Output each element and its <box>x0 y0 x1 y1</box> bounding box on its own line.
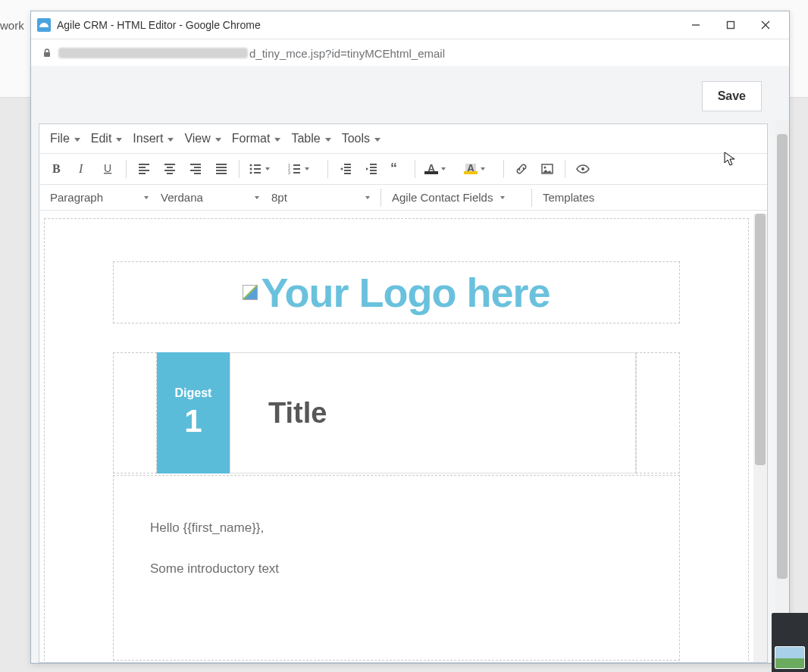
svg-text:“: “ <box>390 162 397 176</box>
svg-text:U: U <box>104 162 111 174</box>
svg-point-9 <box>250 168 252 170</box>
svg-point-8 <box>250 164 252 167</box>
font-size-select[interactable]: 8pt <box>265 188 376 207</box>
popup-window: Agile CRM - HTML Editor - Google Chrome … <box>30 11 790 664</box>
outdent-button[interactable] <box>333 157 359 181</box>
bold-button[interactable]: B <box>44 157 70 181</box>
window-title: Agile CRM - HTML Editor - Google Chrome <box>57 19 261 31</box>
chevron-down-icon <box>325 138 331 142</box>
chevron-down-icon <box>116 138 122 142</box>
url-visible-path: d_tiny_mce.jsp?id=tinyMCEhtml_email <box>249 47 445 60</box>
templates-button[interactable]: Templates <box>537 188 617 207</box>
broken-image-icon <box>243 285 258 300</box>
template-title-cell[interactable]: Title <box>230 352 636 474</box>
template-body-cell[interactable]: Hello {{first_name}}, Some introductory … <box>113 475 680 661</box>
chevron-down-icon <box>500 196 505 199</box>
chevron-down-icon <box>274 138 280 142</box>
numbered-list-button[interactable]: 123 <box>283 157 323 181</box>
content-area: Save File Edit Insert View Format Table … <box>31 66 789 663</box>
toolbar-formatting: B I U 123 “ A <box>39 154 767 185</box>
block-format-select[interactable]: Paragraph <box>44 188 155 207</box>
text-color-button[interactable]: A <box>420 157 459 181</box>
underline-button[interactable]: U <box>96 157 121 181</box>
canvas-scrollbar-thumb[interactable] <box>755 214 766 465</box>
lock-icon <box>42 48 52 58</box>
chevron-down-icon <box>168 138 174 142</box>
contact-fields-select[interactable]: Agile Contact Fields <box>386 188 527 207</box>
background-tab-fragment: work <box>0 19 24 32</box>
chevron-down-icon <box>255 196 259 199</box>
template-greeting: Hello {{first_name}}, <box>150 518 643 538</box>
svg-rect-1 <box>728 22 734 29</box>
content-scrollbar[interactable] <box>775 120 789 663</box>
editor-panel: File Edit Insert View Format Table Tools… <box>39 123 768 663</box>
svg-rect-4 <box>44 52 50 57</box>
align-right-button[interactable] <box>183 157 208 181</box>
menu-edit[interactable]: Edit <box>86 129 127 148</box>
indent-button[interactable] <box>359 157 384 181</box>
chevron-down-icon <box>215 138 221 142</box>
toolbar-selectors: Paragraph Verdana 8pt Agile Contact Fiel… <box>39 185 767 211</box>
chevron-down-icon <box>305 167 309 170</box>
template-spacer-cell[interactable] <box>113 352 157 474</box>
align-justify-button[interactable] <box>208 157 234 181</box>
font-family-select[interactable]: Verdana <box>155 188 265 207</box>
svg-point-17 <box>581 167 584 170</box>
chevron-down-icon <box>374 138 381 142</box>
svg-text:I: I <box>78 162 83 175</box>
template-logo-text: Your Logo here <box>261 272 550 313</box>
background-color-icon: A <box>464 160 478 178</box>
editor-canvas[interactable]: Your Logo here Digest 1 Title <box>44 218 749 662</box>
text-color-icon: A <box>424 160 438 178</box>
menu-file[interactable]: File <box>45 129 85 148</box>
chevron-down-icon <box>481 167 485 170</box>
chevron-down-icon <box>441 167 446 170</box>
chevron-down-icon <box>365 196 370 199</box>
chevron-down-icon <box>265 167 270 170</box>
insert-image-button[interactable] <box>534 157 560 181</box>
menu-insert[interactable]: Insert <box>128 129 178 148</box>
align-center-button[interactable] <box>157 157 183 181</box>
insert-link-button[interactable] <box>509 157 534 181</box>
digest-number: 1 <box>157 403 230 439</box>
menu-table[interactable]: Table <box>287 129 335 148</box>
close-button[interactable] <box>748 11 783 39</box>
preview-button[interactable] <box>570 157 596 181</box>
chevron-down-icon <box>74 138 80 142</box>
url-blurred-host <box>58 48 248 58</box>
thumbnail-image-icon <box>775 646 805 669</box>
blockquote-button[interactable]: “ <box>384 157 410 181</box>
canvas-scrollbar[interactable] <box>753 214 767 662</box>
svg-point-16 <box>544 167 546 169</box>
template-title-text: Title <box>268 397 327 430</box>
app-icon <box>37 18 51 32</box>
save-button[interactable]: Save <box>702 81 762 111</box>
menu-format[interactable]: Format <box>227 129 286 148</box>
svg-text:3: 3 <box>288 170 290 175</box>
svg-text:B: B <box>52 162 61 175</box>
window-titlebar: Agile CRM - HTML Editor - Google Chrome <box>31 11 789 39</box>
maximize-button[interactable] <box>713 11 748 39</box>
template-logo-cell[interactable]: Your Logo here <box>113 261 680 323</box>
template-digest-badge[interactable]: Digest 1 <box>157 352 230 474</box>
svg-point-10 <box>250 172 252 174</box>
thumbnail-overlay <box>772 613 808 672</box>
digest-label: Digest <box>157 386 230 400</box>
template-header-row: Digest 1 Title <box>113 352 680 474</box>
chevron-down-icon <box>144 196 149 199</box>
menu-tools[interactable]: Tools <box>337 129 385 148</box>
bullet-list-button[interactable] <box>244 157 283 181</box>
minimize-button[interactable] <box>678 11 713 39</box>
menubar: File Edit Insert View Format Table Tools <box>39 124 767 154</box>
url-bar: d_tiny_mce.jsp?id=tinyMCEhtml_email <box>31 39 789 67</box>
content-scrollbar-thumb[interactable] <box>777 134 788 579</box>
editor-canvas-wrap: Your Logo here Digest 1 Title <box>39 214 767 662</box>
italic-button[interactable]: I <box>70 157 96 181</box>
window-controls <box>678 11 783 39</box>
align-left-button[interactable] <box>131 157 157 181</box>
template-spacer-cell[interactable] <box>636 352 680 474</box>
background-color-button[interactable]: A <box>459 157 499 181</box>
template-intro: Some introductory text <box>150 559 643 579</box>
menu-view[interactable]: View <box>180 129 225 148</box>
